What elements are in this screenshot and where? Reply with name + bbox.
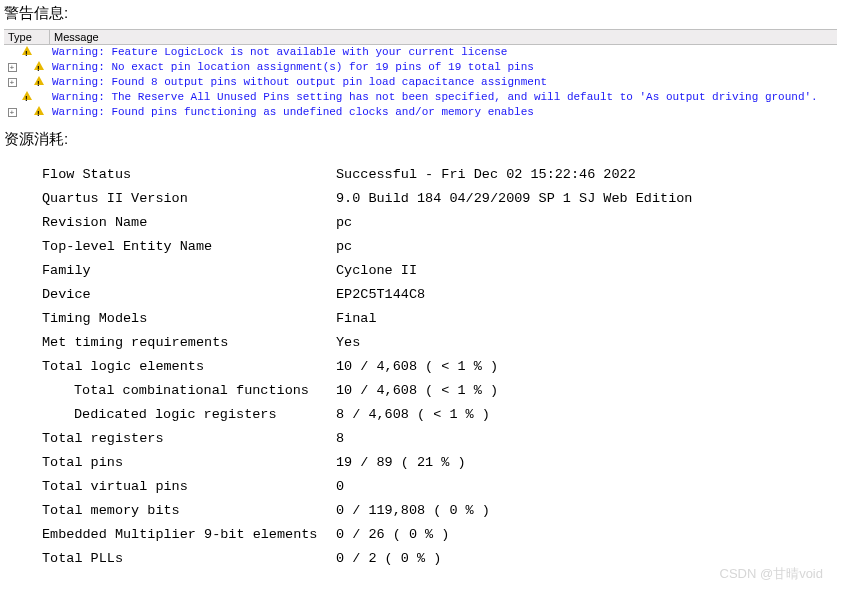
message-text: Warning: Found pins functioning as undef… — [50, 105, 837, 120]
warning-icon — [20, 45, 50, 60]
message-text: Warning: No exact pin location assignmen… — [50, 60, 837, 75]
warning-icon — [20, 105, 50, 120]
summary-value: 8 / 4,608 ( < 1 % ) — [336, 403, 837, 427]
summary-row: Flow StatusSuccessful - Fri Dec 02 15:22… — [4, 163, 837, 187]
summary-label: Total PLLs — [4, 547, 336, 571]
summary-row: FamilyCyclone II — [4, 259, 837, 283]
message-row[interactable]: Warning: Feature LogicLock is not availa… — [4, 45, 837, 60]
summary-label: Timing Models — [4, 307, 336, 331]
summary-value: 0 / 26 ( 0 % ) — [336, 523, 837, 547]
summary-value: Final — [336, 307, 837, 331]
summary-table: Flow StatusSuccessful - Fri Dec 02 15:22… — [4, 157, 837, 571]
summary-value: 8 — [336, 427, 837, 451]
summary-value: 10 / 4,608 ( < 1 % ) — [336, 379, 837, 403]
message-row[interactable]: +Warning: No exact pin location assignme… — [4, 60, 837, 75]
summary-value: pc — [336, 235, 837, 259]
message-text: Warning: The Reserve All Unused Pins set… — [50, 90, 837, 105]
summary-row: Embedded Multiplier 9-bit elements0 / 26… — [4, 523, 837, 547]
col-type[interactable]: Type — [4, 30, 50, 44]
summary-label: Total registers — [4, 427, 336, 451]
summary-row: DeviceEP2C5T144C8 — [4, 283, 837, 307]
summary-label: Met timing requirements — [4, 331, 336, 355]
summary-row: Top-level Entity Namepc — [4, 235, 837, 259]
summary-label: Top-level Entity Name — [4, 235, 336, 259]
warnings-title: 警告信息: — [4, 4, 841, 23]
summary-value: 0 / 119,808 ( 0 % ) — [336, 499, 837, 523]
message-text: Warning: Feature LogicLock is not availa… — [50, 45, 837, 60]
message-row[interactable]: +Warning: Found 8 output pins without ou… — [4, 75, 837, 90]
summary-value: 10 / 4,608 ( < 1 % ) — [336, 355, 837, 379]
message-row[interactable]: +Warning: Found pins functioning as unde… — [4, 105, 837, 120]
summary-value: Yes — [336, 331, 837, 355]
summary-row: Total virtual pins0 — [4, 475, 837, 499]
summary-label: Total logic elements — [4, 355, 336, 379]
summary-value: EP2C5T144C8 — [336, 283, 837, 307]
expand-toggle[interactable]: + — [4, 60, 20, 75]
summary-row: Dedicated logic registers8 / 4,608 ( < 1… — [4, 403, 837, 427]
summary-row: Total registers8 — [4, 427, 837, 451]
warning-icon — [20, 90, 50, 105]
expand-toggle[interactable]: + — [4, 105, 20, 120]
resources-title: 资源消耗: — [4, 130, 841, 149]
summary-row: Total PLLs0 / 2 ( 0 % ) — [4, 547, 837, 571]
message-row[interactable]: Warning: The Reserve All Unused Pins set… — [4, 90, 837, 105]
summary-value: 0 — [336, 475, 837, 499]
summary-row: Total pins19 / 89 ( 21 % ) — [4, 451, 837, 475]
summary-label: Family — [4, 259, 336, 283]
expand-toggle[interactable]: + — [4, 75, 20, 90]
message-list: Warning: Feature LogicLock is not availa… — [4, 45, 837, 120]
warning-icon — [20, 75, 50, 90]
summary-label: Quartus II Version — [4, 187, 336, 211]
message-header: Type Message — [4, 30, 837, 45]
message-pane: Type Message Warning: Feature LogicLock … — [4, 29, 837, 120]
summary-label: Revision Name — [4, 211, 336, 235]
watermark: CSDN @甘晴void — [720, 565, 824, 575]
summary-label: Dedicated logic registers — [4, 403, 336, 427]
summary-label: Total combinational functions — [4, 379, 336, 403]
summary-label: Device — [4, 283, 336, 307]
summary-row: Met timing requirementsYes — [4, 331, 837, 355]
summary-label: Total pins — [4, 451, 336, 475]
summary-value: 9.0 Build 184 04/29/2009 SP 1 SJ Web Edi… — [336, 187, 837, 211]
summary-label: Total virtual pins — [4, 475, 336, 499]
summary-row: Quartus II Version9.0 Build 184 04/29/20… — [4, 187, 837, 211]
message-text: Warning: Found 8 output pins without out… — [50, 75, 837, 90]
summary-value: Cyclone II — [336, 259, 837, 283]
warning-icon — [20, 60, 50, 75]
summary-row: Total logic elements10 / 4,608 ( < 1 % ) — [4, 355, 837, 379]
summary-value: Successful - Fri Dec 02 15:22:46 2022 — [336, 163, 837, 187]
summary-row: Total memory bits0 / 119,808 ( 0 % ) — [4, 499, 837, 523]
summary-row: Timing ModelsFinal — [4, 307, 837, 331]
summary-value: 19 / 89 ( 21 % ) — [336, 451, 837, 475]
summary-value: pc — [336, 211, 837, 235]
summary-label: Flow Status — [4, 163, 336, 187]
summary-label: Total memory bits — [4, 499, 336, 523]
summary-row: Total combinational functions10 / 4,608 … — [4, 379, 837, 403]
summary-row: Revision Namepc — [4, 211, 837, 235]
summary-label: Embedded Multiplier 9-bit elements — [4, 523, 336, 547]
col-message[interactable]: Message — [50, 30, 837, 44]
